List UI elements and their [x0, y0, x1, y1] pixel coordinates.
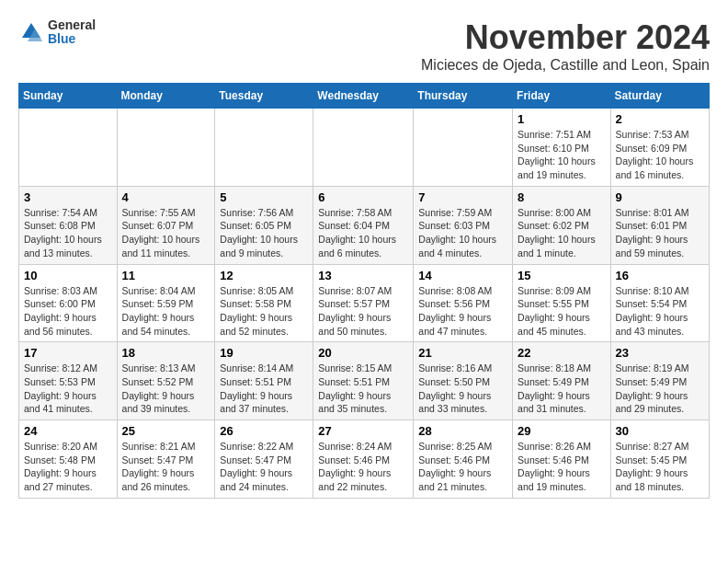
- calendar-cell: 27Sunrise: 8:24 AM Sunset: 5:46 PM Dayli…: [313, 420, 414, 499]
- day-info: Sunrise: 8:05 AM Sunset: 5:58 PM Dayligh…: [220, 284, 308, 339]
- day-number: 16: [616, 269, 704, 282]
- day-info: Sunrise: 8:10 AM Sunset: 5:54 PM Dayligh…: [616, 284, 704, 339]
- day-info: Sunrise: 8:13 AM Sunset: 5:52 PM Dayligh…: [122, 362, 210, 416]
- calendar-cell: 4Sunrise: 7:55 AM Sunset: 6:07 PM Daylig…: [117, 186, 215, 264]
- calendar-cell: 23Sunrise: 8:19 AM Sunset: 5:49 PM Dayli…: [610, 342, 709, 420]
- day-info: Sunrise: 7:59 AM Sunset: 6:03 PM Dayligh…: [418, 206, 507, 260]
- day-number: 7: [418, 190, 507, 204]
- calendar-week-row: 10Sunrise: 8:03 AM Sunset: 6:00 PM Dayli…: [19, 264, 710, 342]
- calendar-week-row: 3Sunrise: 7:54 AM Sunset: 6:08 PM Daylig…: [19, 186, 710, 264]
- day-number: 10: [24, 269, 112, 282]
- weekday-header-row: SundayMondayTuesdayWednesdayThursdayFrid…: [19, 84, 710, 109]
- day-info: Sunrise: 8:14 AM Sunset: 5:51 PM Dayligh…: [220, 362, 308, 416]
- calendar-cell: 10Sunrise: 8:03 AM Sunset: 6:00 PM Dayli…: [19, 264, 118, 342]
- day-info: Sunrise: 8:27 AM Sunset: 5:45 PM Dayligh…: [616, 440, 704, 494]
- day-info: Sunrise: 8:20 AM Sunset: 5:48 PM Dayligh…: [24, 440, 112, 494]
- logo: General Blue: [18, 18, 96, 47]
- day-number: 8: [518, 190, 606, 204]
- calendar-cell: 9Sunrise: 8:01 AM Sunset: 6:01 PM Daylig…: [610, 186, 709, 264]
- day-number: 14: [418, 269, 507, 282]
- day-info: Sunrise: 7:56 AM Sunset: 6:05 PM Dayligh…: [220, 206, 308, 260]
- logo-icon: [18, 19, 44, 45]
- day-number: 30: [616, 424, 704, 438]
- weekday-header-sunday: Sunday: [19, 84, 118, 109]
- day-info: Sunrise: 8:01 AM Sunset: 6:01 PM Dayligh…: [616, 206, 704, 260]
- logo-text: General Blue: [48, 18, 96, 47]
- day-info: Sunrise: 8:09 AM Sunset: 5:55 PM Dayligh…: [518, 284, 606, 339]
- day-info: Sunrise: 7:51 AM Sunset: 6:10 PM Dayligh…: [518, 128, 606, 182]
- calendar-cell: 25Sunrise: 8:21 AM Sunset: 5:47 PM Dayli…: [117, 420, 215, 499]
- calendar-cell: 30Sunrise: 8:27 AM Sunset: 5:45 PM Dayli…: [610, 420, 709, 499]
- title-section: November 2024 Micieces de Ojeda, Castill…: [421, 18, 710, 74]
- day-info: Sunrise: 8:12 AM Sunset: 5:53 PM Dayligh…: [24, 362, 112, 416]
- day-info: Sunrise: 8:24 AM Sunset: 5:46 PM Dayligh…: [318, 440, 408, 494]
- day-info: Sunrise: 8:26 AM Sunset: 5:46 PM Dayligh…: [518, 440, 606, 494]
- day-number: 9: [616, 190, 704, 204]
- day-number: 28: [418, 424, 507, 438]
- calendar-cell: 29Sunrise: 8:26 AM Sunset: 5:46 PM Dayli…: [513, 420, 611, 499]
- weekday-header-wednesday: Wednesday: [313, 84, 414, 109]
- weekday-header-tuesday: Tuesday: [215, 84, 313, 109]
- day-number: 11: [122, 269, 210, 282]
- day-number: 5: [220, 190, 308, 204]
- day-info: Sunrise: 8:21 AM Sunset: 5:47 PM Dayligh…: [122, 440, 210, 494]
- calendar-cell: [117, 109, 215, 187]
- day-info: Sunrise: 8:00 AM Sunset: 6:02 PM Dayligh…: [518, 206, 606, 260]
- day-number: 4: [122, 190, 210, 204]
- location-subtitle: Micieces de Ojeda, Castille and Leon, Sp…: [421, 57, 710, 74]
- calendar-cell: 13Sunrise: 8:07 AM Sunset: 5:57 PM Dayli…: [313, 264, 414, 342]
- weekday-header-thursday: Thursday: [414, 84, 513, 109]
- calendar-cell: 15Sunrise: 8:09 AM Sunset: 5:55 PM Dayli…: [513, 264, 611, 342]
- day-number: 27: [318, 424, 408, 438]
- day-info: Sunrise: 8:22 AM Sunset: 5:47 PM Dayligh…: [220, 440, 308, 494]
- calendar-cell: 20Sunrise: 8:15 AM Sunset: 5:51 PM Dayli…: [313, 342, 414, 420]
- calendar-cell: [313, 109, 414, 187]
- day-number: 1: [518, 112, 606, 126]
- page-header: General Blue November 2024 Micieces de O…: [18, 18, 710, 74]
- calendar-cell: 22Sunrise: 8:18 AM Sunset: 5:49 PM Dayli…: [513, 342, 611, 420]
- calendar-cell: 12Sunrise: 8:05 AM Sunset: 5:58 PM Dayli…: [215, 264, 313, 342]
- weekday-header-friday: Friday: [513, 84, 611, 109]
- day-number: 13: [318, 269, 408, 282]
- calendar-table: SundayMondayTuesdayWednesdayThursdayFrid…: [18, 83, 710, 499]
- calendar-cell: 16Sunrise: 8:10 AM Sunset: 5:54 PM Dayli…: [610, 264, 709, 342]
- day-number: 25: [122, 424, 210, 438]
- calendar-cell: [19, 109, 118, 187]
- calendar-cell: 21Sunrise: 8:16 AM Sunset: 5:50 PM Dayli…: [414, 342, 513, 420]
- day-number: 2: [616, 112, 704, 126]
- calendar-cell: 3Sunrise: 7:54 AM Sunset: 6:08 PM Daylig…: [19, 186, 118, 264]
- day-info: Sunrise: 8:03 AM Sunset: 6:00 PM Dayligh…: [24, 284, 112, 339]
- day-number: 23: [616, 346, 704, 360]
- calendar-week-row: 17Sunrise: 8:12 AM Sunset: 5:53 PM Dayli…: [19, 342, 710, 420]
- weekday-header-saturday: Saturday: [610, 84, 709, 109]
- day-number: 17: [24, 346, 112, 360]
- day-number: 24: [24, 424, 112, 438]
- day-info: Sunrise: 7:58 AM Sunset: 6:04 PM Dayligh…: [318, 206, 408, 260]
- day-info: Sunrise: 8:19 AM Sunset: 5:49 PM Dayligh…: [616, 362, 704, 416]
- calendar-cell: 18Sunrise: 8:13 AM Sunset: 5:52 PM Dayli…: [117, 342, 215, 420]
- day-number: 3: [24, 190, 112, 204]
- day-number: 19: [220, 346, 308, 360]
- calendar-week-row: 1Sunrise: 7:51 AM Sunset: 6:10 PM Daylig…: [19, 109, 710, 187]
- day-info: Sunrise: 8:15 AM Sunset: 5:51 PM Dayligh…: [318, 362, 408, 416]
- calendar-cell: 1Sunrise: 7:51 AM Sunset: 6:10 PM Daylig…: [513, 109, 611, 187]
- day-info: Sunrise: 8:04 AM Sunset: 5:59 PM Dayligh…: [122, 284, 210, 339]
- month-title: November 2024: [421, 18, 710, 57]
- calendar-cell: [215, 109, 313, 187]
- day-info: Sunrise: 7:53 AM Sunset: 6:09 PM Dayligh…: [616, 128, 704, 182]
- day-info: Sunrise: 8:08 AM Sunset: 5:56 PM Dayligh…: [418, 284, 507, 339]
- day-number: 26: [220, 424, 308, 438]
- day-number: 18: [122, 346, 210, 360]
- calendar-cell: 7Sunrise: 7:59 AM Sunset: 6:03 PM Daylig…: [414, 186, 513, 264]
- calendar-cell: [414, 109, 513, 187]
- logo-general: General: [48, 18, 96, 32]
- weekday-header-monday: Monday: [117, 84, 215, 109]
- logo-blue: Blue: [48, 32, 96, 46]
- calendar-cell: 26Sunrise: 8:22 AM Sunset: 5:47 PM Dayli…: [215, 420, 313, 499]
- day-number: 6: [318, 190, 408, 204]
- calendar-cell: 8Sunrise: 8:00 AM Sunset: 6:02 PM Daylig…: [513, 186, 611, 264]
- day-number: 12: [220, 269, 308, 282]
- calendar-cell: 11Sunrise: 8:04 AM Sunset: 5:59 PM Dayli…: [117, 264, 215, 342]
- calendar-cell: 28Sunrise: 8:25 AM Sunset: 5:46 PM Dayli…: [414, 420, 513, 499]
- day-info: Sunrise: 7:55 AM Sunset: 6:07 PM Dayligh…: [122, 206, 210, 260]
